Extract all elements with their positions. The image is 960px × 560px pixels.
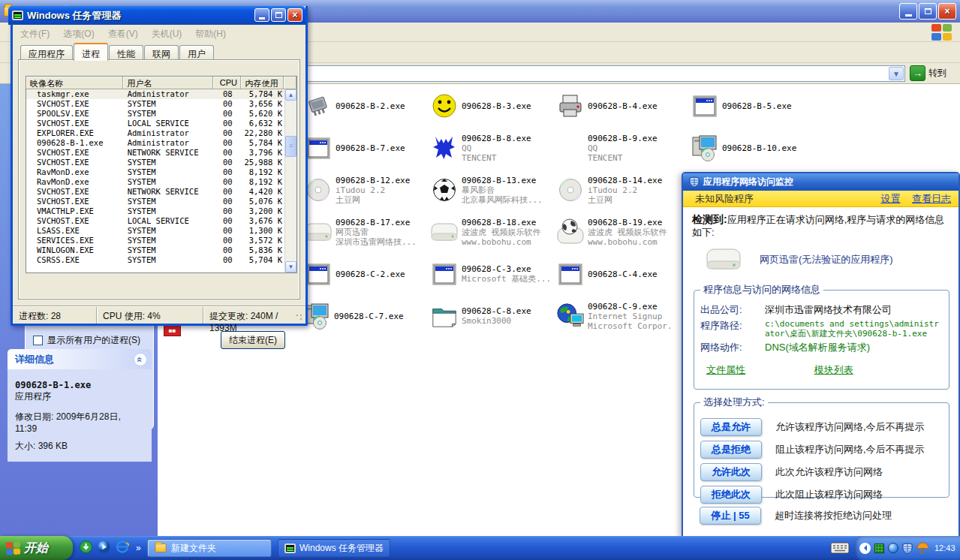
ie-icon[interactable] — [116, 540, 129, 555]
minimize-button[interactable] — [254, 8, 269, 22]
maximize-button[interactable] — [271, 8, 286, 22]
firewall-shield-icon[interactable] — [902, 543, 913, 554]
green-orb-icon[interactable] — [80, 540, 92, 555]
file-tile[interactable]: 090628-B-17.exe网页迅雷深圳市迅雷网络技... — [304, 216, 428, 248]
whitebox-icon — [304, 216, 333, 248]
file-tile[interactable]: 090628-B-5.exe — [691, 90, 814, 122]
vertical-scrollbar[interactable]: ▲ ▼ — [284, 89, 296, 272]
settings-link[interactable]: 设置 — [880, 193, 900, 204]
address-dropdown-icon[interactable]: ▼ — [889, 67, 904, 80]
start-button[interactable]: 开始 — [0, 536, 73, 560]
process-row[interactable]: SVCHOST.EXENETWORK SERVICE003,796 K — [26, 148, 284, 158]
scroll-down-icon[interactable]: ▼ — [285, 261, 296, 272]
file-tile[interactable]: 090628-B-13.exe暴风影音北京暴风网际科技... — [430, 174, 554, 206]
column-header[interactable]: 用户名 — [123, 77, 212, 89]
choose-action-group: 选择处理方式: 总是允许允许该程序访问网络,今后不再提示总是拒绝阻止该程序访问网… — [694, 396, 949, 498]
module-list-link[interactable]: 模块列表 — [814, 364, 853, 375]
close-button[interactable]: × — [287, 8, 302, 22]
menu-help[interactable]: 帮助(H) — [195, 28, 226, 41]
partially-visible-red-icon[interactable]: ■■ — [164, 325, 181, 336]
tab-applications[interactable]: 应用程序 — [20, 45, 73, 61]
process-row[interactable]: WINLOGON.EXESYSTEM005,836 K — [26, 245, 284, 255]
file-tile[interactable]: 090628-C-4.exe — [556, 258, 680, 290]
file-tile[interactable]: 090628-C-7.exe — [302, 300, 426, 332]
statusbar-cell: 提交更改: 240M / 1393M — [203, 307, 305, 324]
file-tile[interactable]: 090628-C-3.exeMicrosoft 基础类... — [430, 258, 554, 290]
collapse-chevron-icon[interactable] — [859, 543, 871, 554]
process-row[interactable]: CSRSS.EXESYSTEM005,704 K — [26, 255, 284, 265]
view-log-link[interactable]: 查看日志 — [912, 193, 951, 204]
file-tile[interactable]: 090628-B-19.exe波波虎 视频娱乐软件www.bobohu.com — [556, 216, 680, 248]
file-name: 090628-B-17.exe — [336, 218, 417, 227]
restore-button[interactable] — [919, 3, 937, 20]
process-row[interactable]: SERVICES.EXESYSTEM003,572 K — [26, 236, 284, 245]
close-button[interactable]: × — [938, 3, 956, 20]
show-all-users-checkbox[interactable] — [33, 336, 43, 345]
menu-shutdown[interactable]: 关机(U) — [152, 28, 182, 41]
file-tile[interactable]: 090628-B-3.exe — [430, 90, 554, 122]
always-allow-button[interactable]: 总是允许 — [700, 418, 762, 436]
tab-processes[interactable]: 进程 — [74, 43, 108, 61]
media-player-icon[interactable] — [98, 540, 110, 555]
column-header[interactable]: CPU — [213, 77, 242, 89]
tab-performance[interactable]: 性能 — [109, 45, 143, 61]
umbrella-icon[interactable] — [916, 542, 929, 554]
menu-view[interactable]: 查看(V) — [108, 28, 138, 41]
file-name: 090628-B-2.exe — [336, 101, 405, 111]
collapse-chevron-icon[interactable]: « — [134, 353, 147, 366]
process-row[interactable]: SVCHOST.EXELOCAL SERVICE006,632 K — [26, 119, 284, 128]
process-row[interactable]: 090628-B-1.exeAdministrator005,784 K — [26, 138, 284, 148]
process-row[interactable]: SVCHOST.EXENETWORK SERVICE004,420 K — [26, 187, 284, 197]
file-tile[interactable]: 090628-C-9.exeInternet SignupMicrosoft C… — [556, 300, 680, 332]
tab-networking[interactable]: 联网 — [144, 45, 179, 61]
file-tile[interactable]: 090628-B-14.exeiTudou 2.2土豆网 — [556, 174, 680, 206]
file-tile[interactable]: 090628-C-2.exe — [304, 258, 428, 290]
minimize-button[interactable] — [899, 3, 917, 20]
tab-users[interactable]: 用户 — [179, 45, 214, 61]
scroll-up-icon[interactable]: ▲ — [285, 89, 296, 101]
end-process-button[interactable]: 结束进程(E) — [221, 331, 285, 349]
process-row[interactable]: EXPLORER.EXEAdministrator0022,280 K — [26, 128, 284, 138]
process-row[interactable]: taskmgr.exeAdministrator085,784 K — [26, 89, 284, 99]
scroll-thumb[interactable] — [285, 136, 296, 157]
process-row[interactable]: SVCHOST.EXESYSTEM005,076 K — [26, 197, 284, 206]
column-header[interactable]: 映像名称 — [26, 77, 123, 89]
file-properties-link[interactable]: 文件属性 — [706, 364, 745, 375]
keyboard-icon[interactable] — [830, 541, 850, 557]
process-row[interactable]: VMACTHLP.EXESYSTEM003,200 K — [26, 206, 284, 216]
file-tile[interactable]: 090628-B-2.exe — [304, 90, 428, 122]
file-tile[interactable]: 090628-B-18.exe波波虎 视频娱乐软件www.bobohu.com — [430, 216, 554, 248]
process-row[interactable]: LSASS.EXESYSTEM001,300 K — [26, 226, 284, 236]
file-tile[interactable]: 090628-B-12.exeiTudou 2.2土豆网 — [304, 174, 428, 206]
process-row[interactable]: RavMonD.exeSYSTEM008,192 K — [26, 167, 284, 177]
file-tile[interactable]: 090628-B-8.exeQQTENCENT — [430, 132, 554, 164]
file-tile[interactable]: 090628-B-4.exe — [556, 90, 680, 122]
blue-orb-icon[interactable] — [888, 543, 898, 553]
process-row[interactable]: RavMonD.exeSYSTEM008,192 K — [26, 177, 284, 187]
column-header[interactable]: 内存使用 — [241, 77, 284, 89]
always-deny-button[interactable]: 总是拒绝 — [700, 441, 762, 459]
green-grid-icon[interactable] — [874, 543, 884, 553]
process-row[interactable]: SVCHOST.EXELOCAL SERVICE003,676 K — [26, 216, 284, 226]
deny-once-button[interactable]: 拒绝此次 — [700, 486, 762, 504]
taskbar-button-folder[interactable]: 新建文件夹 — [147, 539, 272, 557]
process-row[interactable]: SVCHOST.EXESYSTEM0025,988 K — [26, 158, 284, 167]
go-arrow-icon: → — [910, 65, 925, 81]
details-panel-header[interactable]: 详细信息 « — [8, 349, 152, 369]
process-row[interactable]: SVCHOST.EXESYSTEM003,656 K — [26, 99, 284, 109]
quick-launch-overflow-icon[interactable]: » — [136, 543, 141, 553]
menu-options[interactable]: 选项(O) — [63, 28, 94, 41]
taskbar-button-taskmanager[interactable]: Windows 任务管理器 — [278, 539, 390, 557]
menu-file[interactable]: 文件(F) — [20, 28, 50, 41]
resize-grip[interactable] — [295, 313, 304, 322]
file-tile[interactable]: 090628-B-9.exeQQTENCENT — [556, 132, 680, 164]
stop-countdown-button[interactable]: 停止 | 55 — [700, 507, 761, 525]
allow-once-button[interactable]: 允许此次 — [700, 463, 762, 481]
go-button[interactable]: → 转到 — [910, 65, 946, 81]
file-tile[interactable]: 090628-C-8.exeSmokin3000 — [430, 300, 554, 332]
file-tile[interactable]: 090628-B-10.exe — [691, 132, 814, 164]
file-tile[interactable]: 090628-B-7.exe — [304, 132, 428, 164]
process-row[interactable]: SPOOLSV.EXESYSTEM005,620 K — [26, 109, 284, 119]
action-description: 此次允许该程序访问网络 — [775, 465, 883, 479]
details-panel: 详细信息 « 090628-B-1.exe 应用程序 修改日期: 2009年6月… — [8, 349, 152, 462]
